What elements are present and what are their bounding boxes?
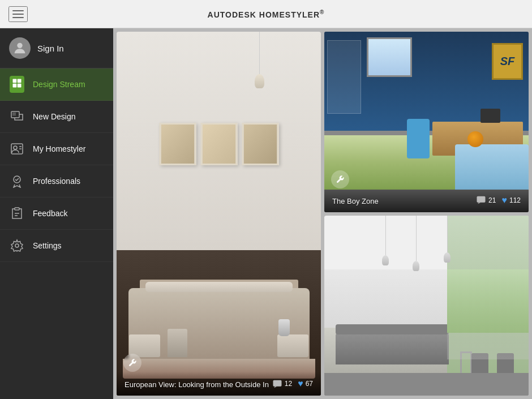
sidebar-item-professionals[interactable]: Professionals	[0, 165, 113, 198]
sf-giants-logo: SF	[492, 43, 523, 80]
menu-button[interactable]	[8, 6, 28, 22]
sign-in-label: Sign In	[37, 44, 64, 53]
heart-icon-boyzone: ♥	[501, 195, 507, 205]
ml-base	[324, 373, 529, 396]
svg-point-0	[17, 43, 22, 48]
hamburger-line-3	[12, 17, 24, 18]
bz-window	[367, 37, 412, 77]
new-design-label: New Design	[33, 112, 75, 121]
tool-badge-boyzone	[331, 170, 349, 188]
svg-rect-12	[477, 196, 486, 203]
hamburger-line-2	[12, 14, 24, 15]
ml-pendant3	[447, 216, 448, 252]
card-boyzone-title: The Boy Zone	[332, 197, 379, 205]
comment-count-boyzone: 21	[488, 196, 496, 204]
feedback-icon	[9, 205, 25, 221]
card-boyzone[interactable]: SF The Boy Zone	[324, 32, 529, 212]
hamburger-line-1	[12, 10, 24, 11]
settings-label: Settings	[33, 241, 62, 250]
person-badge-icon	[10, 142, 24, 156]
ml-pendant2	[416, 216, 417, 261]
sidebar-item-feedback[interactable]: Feedback	[0, 198, 113, 230]
svg-rect-4	[18, 84, 22, 88]
card-modern[interactable]	[324, 216, 529, 396]
card-boyzone-stats: 21 ♥ 112	[476, 195, 521, 205]
professionals-icon	[9, 173, 25, 189]
artwork-2	[200, 123, 237, 165]
like-stat-boyzone: ♥ 112	[501, 195, 521, 205]
wrench-icon	[128, 358, 137, 367]
ml-glass-reflection	[447, 269, 529, 359]
card-main[interactable]: European View: Looking from the Outside …	[117, 32, 321, 396]
sidebar-item-settings[interactable]: Settings	[0, 230, 113, 262]
svg-rect-9	[15, 208, 19, 210]
card-overlay-boyzone: The Boy Zone 21 ♥ 112	[324, 188, 529, 212]
ml-sofa	[336, 333, 449, 364]
like-count-boyzone: 112	[509, 196, 521, 204]
design-stream-icon-wrapper	[9, 76, 25, 92]
clipboard-icon	[10, 207, 24, 220]
ml-light1	[382, 255, 389, 265]
sign-in-item[interactable]: Sign In	[0, 28, 113, 68]
sidebar-item-new-design[interactable]: New Design	[0, 101, 113, 133]
comment-count-main: 12	[285, 380, 292, 388]
modern-content	[324, 216, 529, 396]
comment-stat-main: 12	[272, 380, 292, 388]
heart-icon-main: ♥	[298, 379, 303, 389]
trademark: ®	[320, 9, 324, 15]
side-table-right	[277, 334, 308, 357]
content-area: European View: Looking from the Outside …	[113, 28, 532, 399]
pencil-icon	[10, 110, 24, 123]
bz-bookshelf	[327, 40, 361, 114]
grid-icon	[12, 78, 22, 88]
artwork-3	[242, 123, 278, 165]
boyzone-content: SF	[324, 32, 529, 212]
bz-chair	[407, 119, 430, 158]
main-area: Sign In Design Stream	[0, 28, 532, 399]
app-title: AUTODESK HOMESTYLER®	[208, 9, 325, 19]
svg-point-10	[15, 244, 19, 247]
card-main-stats: 12 ♥ 67	[272, 379, 313, 389]
app-title-regular: AUTODESK	[208, 10, 259, 19]
pendant-bulb	[255, 74, 264, 88]
settings-icon	[9, 238, 25, 254]
ml-sofa-back	[336, 324, 449, 334]
artwork-row	[159, 123, 278, 165]
gear-icon	[10, 239, 24, 252]
like-stat-main: ♥ 67	[298, 379, 313, 389]
award-icon	[10, 174, 24, 188]
svg-point-7	[14, 146, 17, 149]
comment-icon-boyzone	[476, 196, 486, 204]
professionals-label: Professionals	[33, 177, 80, 186]
new-design-icon	[9, 109, 25, 125]
card-main-title: European View: Looking from the Outside …	[125, 380, 269, 389]
feedback-label: Feedback	[33, 209, 67, 218]
vase	[278, 319, 290, 336]
wrench-icon-2	[336, 175, 345, 184]
bz-basketball	[467, 131, 483, 147]
user-icon	[12, 40, 28, 56]
artwork-1	[159, 123, 196, 165]
chair-left	[168, 329, 187, 357]
bedroom-scene	[117, 32, 321, 396]
svg-rect-2	[18, 79, 22, 83]
comment-icon-main	[272, 380, 282, 388]
comment-stat-boyzone: 21	[476, 196, 496, 204]
design-stream-icon-bg	[10, 76, 24, 93]
sidebar-item-my-homestyler[interactable]: My Homestyler	[0, 133, 113, 165]
like-count-main: 67	[306, 380, 313, 388]
pendant-light	[259, 32, 260, 77]
ml-pendant1	[385, 216, 386, 255]
svg-rect-11	[273, 380, 281, 386]
sidebar: Sign In Design Stream	[0, 28, 113, 399]
bz-monitor	[480, 109, 500, 123]
my-homestyler-icon	[9, 141, 25, 157]
svg-rect-1	[13, 79, 17, 83]
tool-badge-main	[123, 354, 141, 372]
svg-rect-3	[13, 84, 17, 88]
bz-bed	[455, 144, 529, 190]
sidebar-item-design-stream[interactable]: Design Stream	[0, 68, 113, 101]
ml-light3	[444, 252, 451, 263]
top-bar: AUTODESK HOMESTYLER®	[0, 0, 532, 28]
design-stream-label: Design Stream	[33, 80, 85, 89]
